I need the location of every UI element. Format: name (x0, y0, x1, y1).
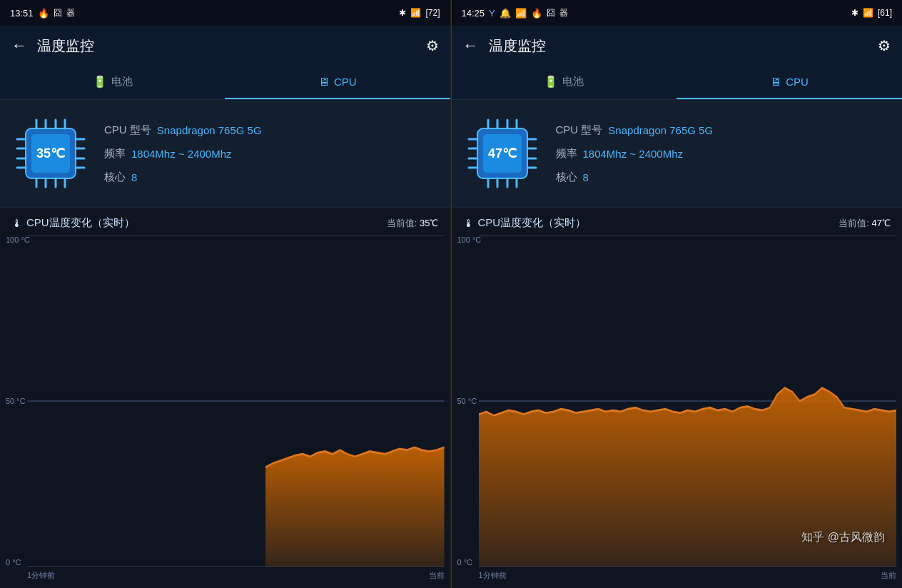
back-button-2[interactable]: ← (463, 36, 479, 55)
status-bar-1: 13:51 🔥 囧 器 ✱ 📶 [72] (0, 0, 450, 26)
y-min-1: 0 °C (6, 558, 30, 567)
cpu-chip-icon-2: 47℃ (463, 114, 542, 193)
settings-button-1[interactable]: ⚙ (426, 37, 439, 54)
graph-section-1: 🌡 CPU温度变化（实时） 当前值: 35℃ 100 °C 50 °C 0 °C (0, 208, 450, 588)
status-right-1: ✱ 📶 [72] (399, 8, 440, 18)
content-2: 47℃ CPU 型号 Snapdragon 765G 5G 频率 1804Mhz… (452, 100, 903, 588)
status-bar-2: 14:25 Y 🔔 📶 🔥 囧 器 ✱ 📶 [61] (452, 0, 903, 26)
tab-battery-1[interactable]: 🔋 电池 (0, 66, 225, 99)
battery-tab-icon-1: 🔋 (93, 75, 107, 88)
tab-bar-1: 🔋 电池 🖥 CPU (0, 66, 450, 100)
cpu-info-1: 35℃ CPU 型号 Snapdragon 765G 5G 频率 1804Mhz… (0, 100, 450, 208)
y-min-2: 0 °C (457, 558, 482, 567)
cpu-core-row-2: 核心 8 (556, 171, 891, 184)
bluetooth-icon-1: ✱ (399, 8, 406, 18)
tab-cpu-2[interactable]: 🖥 CPU (676, 66, 902, 99)
x-axis-1: 1分钟前 当前 (27, 570, 445, 581)
chart-svg-1 (27, 235, 445, 567)
page-title-2: 温度监控 (489, 36, 546, 56)
page-title-1: 温度监控 (37, 36, 94, 56)
y-max-1: 100 °C (6, 235, 30, 244)
topbar-left-1: ← 温度监控 (11, 36, 94, 56)
bluetooth-icon-2: ✱ (851, 8, 858, 18)
tab-cpu-label-1: CPU (334, 76, 357, 88)
cpu-details-1: CPU 型号 Snapdragon 765G 5G 频率 1804Mhz ~ 2… (104, 123, 439, 184)
topbar-left-2: ← 温度监控 (463, 36, 546, 56)
tab-cpu-1[interactable]: 🖥 CPU (225, 66, 450, 99)
tab-battery-2[interactable]: 🔋 电池 (452, 66, 677, 99)
cpu-model-row-2: CPU 型号 Snapdragon 765G 5G (556, 123, 891, 137)
graph-current-label-1: 当前值: (387, 218, 417, 228)
y-mid-2: 50 °C (457, 397, 482, 405)
graph-current-value-2: 47℃ (872, 218, 891, 228)
time-1: 13:51 (10, 8, 34, 19)
wifi-icon-1: 📶 (410, 8, 421, 18)
phone-panel-1: 13:51 🔥 囧 器 ✱ 📶 [72] ← 温度监控 ⚙ 🔋 电池 🖥 CPU (0, 0, 451, 588)
chart-container-2: 100 °C 50 °C 0 °C (479, 235, 897, 567)
thermometer-icon-2: 🌡 (463, 217, 474, 229)
time-2: 14:25 (462, 8, 485, 19)
tab-bar-2: 🔋 电池 🖥 CPU (452, 66, 903, 100)
battery-icon-1: [72] (425, 8, 440, 18)
graph-current-1: 当前值: 35℃ (387, 217, 439, 230)
wifi-icon-2: 📶 (863, 8, 873, 18)
cpu-freq-value-1: 1804Mhz ~ 2400Mhz (131, 148, 232, 160)
svg-text:47℃: 47℃ (487, 146, 516, 161)
graph-title-text-2: CPU温度变化（实时） (478, 216, 587, 230)
y-max-2: 100 °C (457, 235, 482, 244)
cpu-model-value-2: Snapdragon 765G 5G (608, 124, 713, 136)
graph-current-label-2: 当前值: (838, 218, 869, 228)
cpu-model-label-2: CPU 型号 (556, 123, 603, 137)
flame-icon-1: 🔥 (38, 8, 49, 19)
network-icon-2: Y (489, 8, 495, 19)
status-left-2: 14:25 Y 🔔 📶 🔥 囧 器 (462, 7, 568, 19)
chart-svg-2 (479, 235, 897, 567)
content-1: 35℃ CPU 型号 Snapdragon 765G 5G 频率 1804Mhz… (0, 100, 450, 588)
battery-tab-icon-2: 🔋 (544, 75, 558, 88)
bell-icon-2: 🔔 (500, 8, 511, 19)
cpu-core-row-1: 核心 8 (104, 171, 439, 184)
thermometer-icon-1: 🌡 (11, 217, 22, 229)
sim-icon-1: 囧 (54, 7, 62, 19)
y-axis-2: 100 °C 50 °C 0 °C (457, 235, 482, 567)
graph-section-2: 🌡 CPU温度变化（实时） 当前值: 47℃ 100 °C 50 °C 0 °C (452, 208, 903, 588)
cpu-core-value-1: 8 (131, 171, 137, 183)
graph-title-text-1: CPU温度变化（实时） (26, 216, 135, 230)
cpu-info-2: 47℃ CPU 型号 Snapdragon 765G 5G 频率 1804Mhz… (452, 100, 903, 208)
cpu-tab-icon-2: 🖥 (770, 76, 781, 88)
graph-title-row-1: 🌡 CPU温度变化（实时） 当前值: 35℃ (6, 216, 445, 230)
status-left-1: 13:51 🔥 囧 器 (10, 7, 75, 19)
y-mid-1: 50 °C (6, 397, 30, 405)
x-start-1: 1分钟前 (27, 570, 55, 581)
cpu-chip-icon-1: 35℃ (11, 114, 90, 193)
cpu-model-value-1: Snapdragon 765G 5G (157, 124, 262, 136)
graph-title-1: 🌡 CPU温度变化（实时） (11, 216, 135, 230)
cpu-freq-value-2: 1804Mhz ~ 2400Mhz (583, 148, 684, 160)
cpu-model-label-1: CPU 型号 (104, 123, 151, 137)
x-end-1: 当前 (429, 570, 445, 581)
battery-icon-2: [61] (878, 8, 892, 18)
graph-title-row-2: 🌡 CPU温度变化（实时） 当前值: 47℃ (457, 216, 897, 230)
tab-battery-label-1: 电池 (111, 75, 133, 88)
status-right-2: ✱ 📶 [61] (851, 8, 892, 18)
cpu-details-2: CPU 型号 Snapdragon 765G 5G 频率 1804Mhz ~ 2… (556, 123, 891, 184)
x-start-2: 1分钟前 (479, 570, 507, 581)
y-axis-1: 100 °C 50 °C 0 °C (6, 235, 30, 567)
graph-current-value-1: 35℃ (420, 218, 438, 228)
cpu-freq-row-1: 频率 1804Mhz ~ 2400Mhz (104, 147, 439, 161)
x-axis-2: 1分钟前 当前 (479, 570, 897, 581)
settings-button-2[interactable]: ⚙ (878, 37, 891, 54)
graph-current-2: 当前值: 47℃ (838, 217, 891, 230)
svg-text:35℃: 35℃ (36, 146, 65, 161)
screen-icon-2: 器 (559, 7, 568, 19)
cpu-model-row-1: CPU 型号 Snapdragon 765G 5G (104, 123, 439, 137)
back-button-1[interactable]: ← (11, 36, 27, 55)
phone-panel-2: 14:25 Y 🔔 📶 🔥 囧 器 ✱ 📶 [61] ← 温度监控 ⚙ 🔋 电池 (452, 0, 903, 588)
cpu-core-label-1: 核心 (104, 171, 126, 184)
cpu-freq-row-2: 频率 1804Mhz ~ 2400Mhz (556, 147, 891, 161)
watermark: 知乎 @古风微韵 (801, 530, 885, 545)
tab-battery-label-2: 电池 (562, 75, 584, 88)
cpu-freq-label-1: 频率 (104, 147, 126, 161)
cpu-tab-icon-1: 🖥 (318, 76, 330, 88)
tab-cpu-label-2: CPU (786, 76, 809, 88)
